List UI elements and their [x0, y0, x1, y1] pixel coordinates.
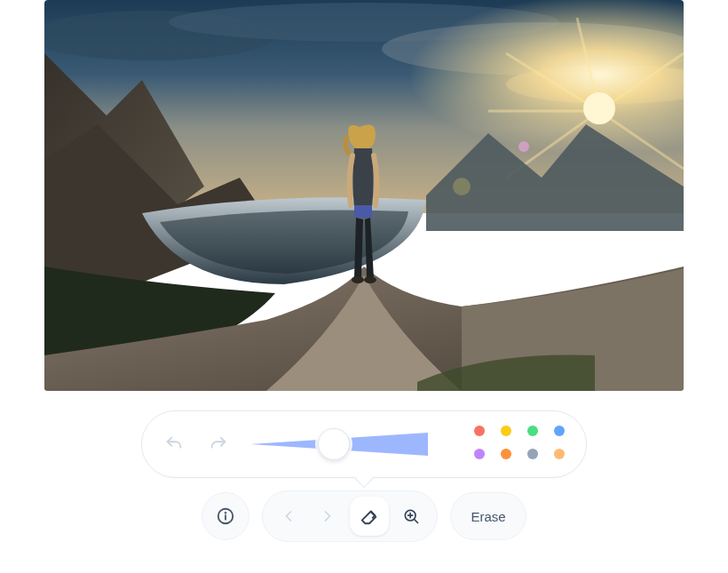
svg-point-17	[364, 276, 376, 283]
undo-icon	[164, 434, 184, 454]
svg-point-12	[583, 92, 615, 124]
eraser-tool-button[interactable]	[350, 497, 389, 536]
redo-button[interactable]	[204, 430, 233, 458]
svg-rect-15	[354, 205, 372, 218]
eraser-icon	[360, 506, 379, 526]
svg-point-21	[226, 513, 226, 513]
landscape-illustration	[44, 0, 684, 391]
tool-cluster	[262, 490, 438, 542]
redo-icon	[209, 434, 228, 454]
svg-point-13	[518, 141, 529, 152]
color-swatch[interactable]	[554, 449, 565, 459]
color-swatch-grid	[474, 426, 568, 463]
color-swatch[interactable]	[527, 449, 538, 459]
erase-button[interactable]: Erase	[450, 492, 526, 540]
erase-button-label: Erase	[471, 509, 505, 524]
svg-point-16	[352, 276, 364, 283]
image-canvas-wrap	[44, 0, 684, 391]
zoom-in-button[interactable]	[394, 499, 428, 533]
color-swatch[interactable]	[554, 426, 565, 436]
chevron-right-icon	[319, 507, 336, 525]
info-button[interactable]	[202, 492, 249, 540]
color-swatch[interactable]	[527, 426, 538, 436]
chevron-left-icon	[280, 507, 297, 525]
zoom-in-icon	[402, 507, 420, 525]
editor-toolbar: Erase	[202, 490, 526, 542]
brush-size-slider[interactable]	[250, 426, 428, 462]
color-swatch[interactable]	[501, 426, 511, 436]
info-icon	[216, 506, 235, 526]
brush-size-thumb[interactable]	[318, 428, 350, 460]
color-swatch[interactable]	[501, 449, 511, 459]
next-button[interactable]	[311, 499, 344, 533]
color-swatch[interactable]	[474, 449, 485, 459]
brush-settings-panel	[141, 410, 587, 478]
undo-button[interactable]	[160, 430, 188, 458]
image-canvas[interactable]	[44, 0, 684, 391]
prev-button[interactable]	[272, 499, 305, 533]
svg-point-14	[453, 178, 471, 195]
color-swatch[interactable]	[474, 426, 485, 436]
svg-line-24	[415, 520, 418, 523]
